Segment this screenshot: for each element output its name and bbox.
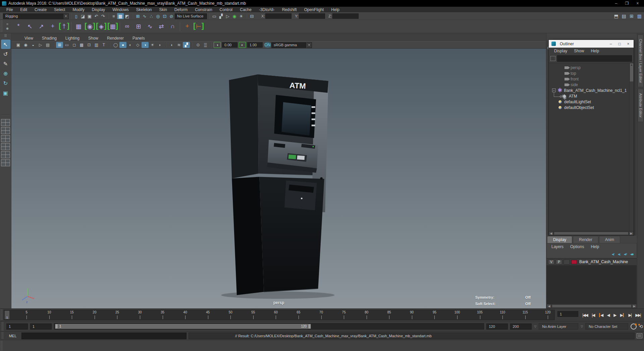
script-editor-icon[interactable] — [637, 333, 642, 338]
redo-icon[interactable]: ↷ — [100, 13, 106, 19]
joint-tool-icon[interactable]: * — [13, 21, 24, 32]
insert-joint-icon[interactable]: + — [47, 21, 58, 32]
snap-curve-icon[interactable]: ∿ — [141, 13, 148, 19]
separator[interactable] — [108, 13, 109, 19]
snap-view-plane-icon[interactable]: ⊡ — [161, 13, 168, 19]
render-settings-icon[interactable]: ◉ — [231, 13, 238, 19]
step-forward-frame-button[interactable]: ▶| — [628, 313, 631, 317]
blend-shape-icon[interactable]: ⇄ — [156, 21, 167, 32]
chevron-down-icon[interactable]: ▽ — [534, 325, 536, 328]
coordinate-field-x[interactable] — [265, 13, 291, 19]
outliner-titlebar[interactable]: Outliner – □ × — [549, 40, 634, 48]
play-forwards-button[interactable]: ▶ — [613, 313, 616, 317]
scroll-left-icon[interactable]: ◀ — [549, 231, 553, 235]
viewport-canvas[interactable]: ATM — [11, 49, 546, 308]
layout-two-pane-stacked[interactable] — [1, 135, 10, 142]
channel-box-icon[interactable]: ▥ — [636, 13, 643, 19]
new-scene-icon[interactable]: ▯ — [73, 13, 79, 19]
minimize-button[interactable]: – — [611, 0, 621, 6]
menu-skeleton[interactable]: Skeleton — [132, 7, 156, 12]
menu-edit[interactable]: Edit — [16, 7, 31, 12]
tab-render[interactable]: Render — [573, 236, 598, 243]
camera-attributes-icon[interactable]: ◒ — [30, 42, 37, 48]
menu-redshift[interactable]: Redshift — [278, 7, 301, 12]
attribute-editor-icon[interactable]: ▤ — [621, 13, 627, 19]
anti-aliasing-icon[interactable]: ▞ — [183, 42, 190, 48]
outliner-menu-display[interactable]: Display — [551, 49, 571, 53]
move-tool[interactable]: ⊕ — [1, 69, 10, 78]
lattice-deformer-icon[interactable]: ⊞ — [133, 21, 144, 32]
separator[interactable] — [70, 13, 71, 19]
rigid-bind-icon[interactable]: ▦ — [107, 21, 118, 32]
drag-grip[interactable] — [1, 322, 4, 331]
range-end-handle[interactable] — [308, 324, 311, 329]
textured-icon[interactable]: ◑ — [142, 42, 149, 48]
ik-spline-handle-icon[interactable]: ↗ — [36, 21, 47, 32]
animation-end-field[interactable]: 200 — [510, 324, 532, 330]
contrast-field[interactable]: 1.00 — [247, 42, 263, 48]
layout-outliner-persp[interactable] — [1, 159, 10, 166]
set-driven-key-orange-icon[interactable]: ⊢ — [193, 21, 204, 32]
create-layer-from-selected-icon[interactable]: ◂● — [630, 252, 633, 256]
collapse-toggle-icon[interactable]: − — [552, 89, 556, 92]
screen-space-ao-icon[interactable]: ◖ — [168, 42, 175, 48]
wrap-deformer-icon[interactable]: ∿ — [145, 21, 155, 32]
coordinate-field-z[interactable] — [332, 13, 359, 19]
move-layer-up-icon[interactable]: ◂↑ — [612, 252, 614, 256]
range-slider-bar[interactable]: 1 120 — [55, 324, 311, 329]
gamma-dropdown[interactable]: sRGB gamma — [271, 42, 306, 48]
menu-file[interactable]: File — [3, 7, 16, 12]
outliner-horizontal-scrollbar[interactable]: ◀ ▶ — [549, 231, 634, 235]
separator[interactable] — [209, 13, 209, 19]
paint-skin-weights-icon[interactable]: ◉ — [85, 21, 95, 32]
playback-end-field[interactable]: 120 — [486, 324, 508, 330]
animation-start-field[interactable]: 1 — [6, 324, 28, 330]
use-all-lights-icon[interactable]: ☀ — [149, 42, 156, 48]
outliner-search-input[interactable] — [557, 55, 632, 62]
filter-icon[interactable] — [550, 56, 555, 61]
select-camera-icon[interactable]: ▣ — [15, 42, 22, 48]
heads-up-display-icon[interactable]: T — [100, 42, 107, 48]
outliner-vertical-scrollbar[interactable] — [629, 63, 634, 231]
tab-anim[interactable]: Anim — [599, 236, 620, 243]
chevron-down-icon[interactable]: ▼ — [307, 42, 312, 48]
panel-menu-view[interactable]: View — [20, 36, 38, 41]
atm-3d-model[interactable]: ATM — [11, 49, 546, 308]
character-set-dropdown[interactable]: No Character Set — [585, 323, 628, 330]
edit-membership-icon[interactable]: ▦ — [73, 21, 84, 32]
gate-mask-icon[interactable]: ▩ — [78, 42, 85, 48]
outliner-item-Bank_ATM_Cash_Machine_ncl1_1[interactable]: −✱Bank_ATM_Cash_Machine_ncl1_1 — [549, 87, 634, 93]
scale-tool[interactable]: ▣ — [1, 88, 10, 98]
layer-row[interactable]: V P Bank_ATM_Cash_Machine — [547, 258, 637, 266]
scrollbar-thumb[interactable] — [554, 232, 629, 235]
menu-constrain[interactable]: Constrain — [191, 7, 216, 12]
snap-point-icon[interactable]: ∴ — [148, 13, 155, 19]
menu-openflight[interactable]: OpenFlight — [301, 7, 328, 12]
layer-menu-layers[interactable]: Layers — [548, 244, 567, 249]
layout-single-pane[interactable] — [1, 119, 10, 126]
lasso-tool[interactable]: ↺ — [1, 49, 10, 59]
command-result-field[interactable]: // Result: C:/Users/MOLEX/Desktop/Bank_A… — [189, 333, 635, 339]
layer-mode-box[interactable] — [564, 259, 570, 265]
step-back-frame-button[interactable]: |◀ — [592, 313, 594, 317]
grid-icon[interactable]: ⊞ — [56, 42, 63, 48]
rotate-tool[interactable]: ↻ — [1, 78, 10, 88]
smooth-shade-icon[interactable]: ● — [119, 42, 126, 48]
contrast-icon[interactable]: ◐ — [239, 42, 246, 48]
render-current-frame-icon[interactable]: ▭ — [211, 13, 218, 19]
drag-grip[interactable] — [0, 309, 3, 320]
layout-three-pane-split[interactable] — [1, 143, 10, 150]
dock-horizontal-scrollbar[interactable]: ◀ ▶ — [547, 304, 637, 308]
drag-grip[interactable] — [0, 341, 3, 350]
panel-menu-lighting[interactable]: Lighting — [61, 36, 84, 41]
wireframe-icon[interactable]: ◯ — [112, 42, 119, 48]
anim-layer-dropdown[interactable]: No Anim Layer — [539, 323, 578, 330]
play-backwards-button[interactable]: ◀ — [607, 313, 609, 317]
image-plane-icon[interactable]: ▤ — [44, 42, 51, 48]
menu-select[interactable]: Select — [50, 7, 69, 12]
outliner-item-defaultObjectSet[interactable]: defaultObjectSet — [549, 105, 634, 110]
time-slider[interactable]: 1 51015202530354045505560657075808590951… — [4, 310, 555, 320]
layer-name[interactable]: Bank_ATM_Cash_Machine — [579, 259, 628, 264]
resolution-gate-icon[interactable]: ◻ — [71, 42, 78, 48]
command-input[interactable] — [21, 333, 186, 339]
